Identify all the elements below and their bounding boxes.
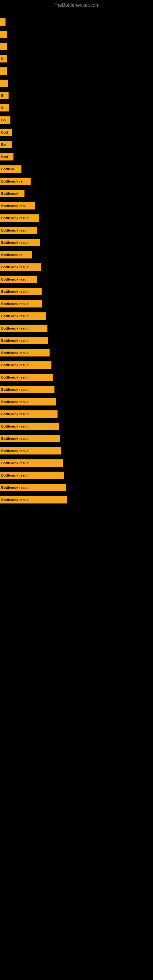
- bar-row: Bottleneck result: [0, 237, 153, 248]
- bar: Bottleneck result: [0, 288, 41, 295]
- bar: [0, 18, 5, 26]
- bar-row: Bottleneck result: [0, 372, 153, 383]
- bar: Bottleneck result: [0, 325, 48, 332]
- bar: Bottleneck re: [0, 251, 32, 258]
- site-title: TheBottlenecker.com: [0, 0, 153, 10]
- bar: Bottleneck result: [0, 300, 42, 307]
- bar-row: Bott: [0, 151, 153, 162]
- bar-label: B: [1, 106, 4, 110]
- bar-label: Bott: [1, 130, 8, 134]
- bar-label: Bottleneck result: [1, 302, 29, 305]
- bar: Bottleneck result: [0, 460, 63, 467]
- bar-row: Bottleneck result: [0, 470, 153, 481]
- bar-label: Bott: [1, 155, 8, 159]
- bar-label: Bottleneck result: [1, 326, 29, 330]
- bar-label: Bottleneck: [1, 192, 18, 196]
- bar-label: Bottleneck result: [1, 400, 29, 404]
- bar-row: Bottleneck result: [0, 458, 153, 469]
- bar-label: Bottleneck result: [1, 461, 29, 465]
- bar-row: Bo: [0, 139, 153, 150]
- bar: Bottleneck result: [0, 215, 39, 222]
- bar-row: Bottleneck result: [0, 213, 153, 224]
- bar-row: Bott: [0, 127, 153, 138]
- bar-label: Bottleneck result: [1, 486, 29, 489]
- bar-label: Bottleneck result: [1, 412, 29, 416]
- bar-row: Bottleneck result: [0, 360, 153, 371]
- bar-label: Bottleneck result: [1, 498, 29, 502]
- bar: Bottlene: [0, 165, 21, 173]
- bar-label: Bottleneck resu: [1, 204, 27, 208]
- bar: Bott: [0, 153, 13, 161]
- bar-label: Bottleneck result: [1, 216, 29, 220]
- bar-label: Bottleneck result: [1, 375, 29, 379]
- bar: Bottleneck result: [0, 484, 66, 491]
- bar-row: Bottleneck re: [0, 176, 153, 187]
- bar-label: Bottleneck result: [1, 241, 29, 244]
- bar-label: Bottleneck result: [1, 265, 29, 269]
- bar: Bottleneck result: [0, 472, 64, 479]
- bar: Bottleneck re: [0, 178, 30, 185]
- bar-row: B: [0, 102, 153, 113]
- bar: B: [0, 55, 7, 62]
- bar-row: Bottleneck result: [0, 421, 153, 432]
- bar-row: Bottleneck result: [0, 396, 153, 407]
- bar-row: Bottleneck result: [0, 323, 153, 334]
- bar-label: Bottleneck result: [1, 339, 29, 342]
- bar-label: Bottleneck result: [1, 351, 29, 355]
- bar-label: Bottleneck resu: [1, 277, 27, 281]
- bar-label: Bottleneck result: [1, 290, 29, 293]
- bar-label: B: [1, 94, 4, 97]
- bar: Bottleneck resu: [0, 227, 37, 234]
- bar-label: Bottleneck re: [1, 253, 22, 257]
- bar-row: Bottleneck result: [0, 286, 153, 297]
- bar-row: Bottlene: [0, 164, 153, 175]
- bar-row: Bottleneck result: [0, 335, 153, 346]
- bar-row: Bottleneck result: [0, 261, 153, 272]
- bar: Bott: [0, 129, 12, 136]
- bar-row: Bottleneck resu: [0, 200, 153, 211]
- bar-row: [0, 65, 153, 76]
- bar: Bottleneck result: [0, 435, 60, 442]
- bar: [0, 67, 7, 75]
- bar-row: B: [0, 53, 153, 64]
- bar-row: [0, 41, 153, 52]
- bar-row: Bottleneck result: [0, 384, 153, 395]
- bar: Bottleneck result: [0, 312, 46, 320]
- bar: Bottleneck result: [0, 398, 56, 406]
- bar: Bottleneck result: [0, 374, 53, 381]
- bar-row: Bottleneck re: [0, 249, 153, 260]
- bar-label: Bottleneck result: [1, 449, 29, 453]
- bar-row: Bottleneck result: [0, 347, 153, 358]
- bar: Bottleneck resu: [0, 202, 35, 210]
- bar: Bottleneck result: [0, 263, 41, 271]
- bar: B: [0, 104, 9, 111]
- bar: Bo: [0, 141, 12, 148]
- bar: Bottleneck result: [0, 496, 67, 503]
- bar: Bottleneck result: [0, 337, 48, 344]
- bar-row: [0, 16, 153, 27]
- bar: Bottleneck result: [0, 386, 54, 393]
- bar: Bottleneck result: [0, 361, 51, 369]
- bar-label: Bottleneck result: [1, 437, 29, 441]
- bar-row: Bottleneck result: [0, 433, 153, 444]
- bar-row: Bottleneck result: [0, 494, 153, 505]
- bar-row: [0, 29, 153, 40]
- bar: Bottleneck resu: [0, 275, 37, 283]
- bar-label: Bottleneck result: [1, 425, 29, 428]
- bar-row: Bottleneck result: [0, 445, 153, 456]
- bar: Bottleneck result: [0, 349, 49, 356]
- bar: B: [0, 92, 9, 99]
- bar: Bottleneck result: [0, 447, 61, 455]
- bar: Bo: [0, 116, 10, 124]
- bar-row: [0, 78, 153, 89]
- bar: Bottleneck: [0, 190, 24, 197]
- bar-label: Bo: [1, 143, 6, 146]
- bar: [0, 43, 7, 50]
- bar-row: Bo: [0, 115, 153, 126]
- bar-row: Bottleneck: [0, 188, 153, 199]
- bar-label: Bottleneck resu: [1, 229, 27, 232]
- bars-container: BBBBoBottBoBottBottleneBottleneck reBott…: [0, 10, 153, 506]
- bar-label: Bottleneck result: [1, 314, 29, 318]
- bar: Bottleneck result: [0, 410, 57, 418]
- bar-label: Bottleneck re: [1, 180, 22, 183]
